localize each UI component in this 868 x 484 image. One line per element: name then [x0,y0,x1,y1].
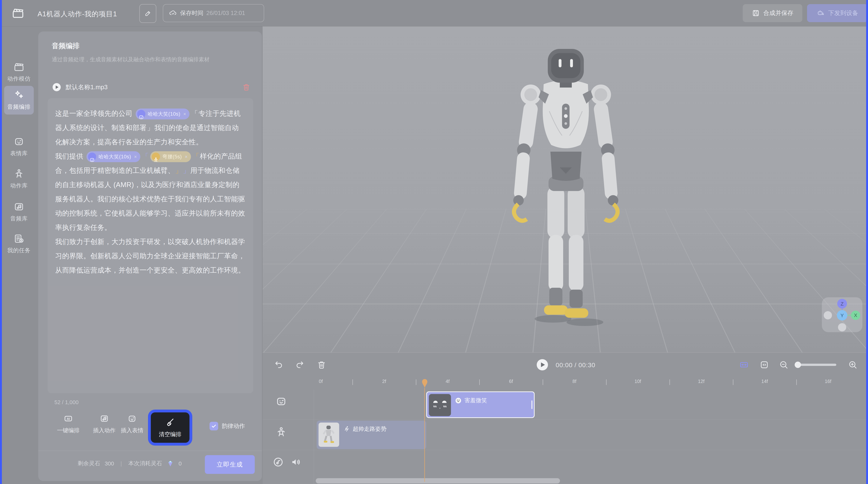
insert-expression-label: 插入表情 [121,427,143,434]
rename-project-button[interactable] [140,4,156,23]
axis-y-label: Y [840,313,844,318]
timeline: 00:00 / 00:30 0f2f4f6f8f10f12f14f16f 害羞微… [262,352,866,484]
clear-orchestration-label: 清空编排 [159,430,181,438]
face-icon [13,136,24,147]
expression-tag[interactable]: 哈哈大笑(10s)× [136,108,189,120]
panel-subtitle: 通过音频处理，生成音频素材以及融合动作和表情的音频编排素材 [52,56,251,63]
clip-label: 超帅走路姿势 [353,425,386,433]
synthesize-save-button[interactable]: 合成并保存 [743,4,802,22]
top-bar: A1机器人动作-我的项目1 保存时间 26/01/03 12:01 合成并保存 … [2,0,866,26]
tag-label: 哈哈大笑(10s) [148,107,180,121]
remaining-gems-value: 300 [105,460,114,467]
deploy-to-device-label: 下发到设备 [828,9,858,17]
expression-thumbnail [429,394,451,416]
ruler-tick [479,379,480,385]
snap-toggle-icon[interactable] [739,360,749,370]
ai-icon: AI [64,414,73,423]
axis-gizmo[interactable]: Z X Y [822,297,862,332]
clip-label: 害羞微笑 [464,397,487,404]
cost-gems-label: 本次消耗灵石 [128,460,162,467]
slider-knob[interactable] [795,362,801,368]
segment-bracket: 「 [191,110,198,117]
ruler-tick [670,379,670,385]
broom-icon [165,417,175,427]
script-text-segment: 这是一家全球领先的公司 [55,110,134,117]
redo-icon[interactable] [295,360,305,370]
delete-audio-icon[interactable] [242,83,251,92]
gem-icon [166,460,174,467]
tasks-icon [13,233,24,244]
zoom-out-icon[interactable] [779,360,789,370]
ruler-tick [543,379,543,385]
emoji-face-icon [455,397,462,404]
script-text-segment: 我们提供 [55,152,85,160]
remove-tag-icon[interactable]: × [183,107,186,121]
ruler-label: 6f [509,379,513,384]
action-clip[interactable]: 超帅走路姿势 [317,421,426,449]
undo-icon[interactable] [274,360,284,370]
char-count: 52 / 1,000 [54,399,79,406]
insert-motion-label: 插入动作 [93,427,116,434]
sidebar-item-expression-library[interactable]: 表情库 [4,132,34,161]
timeline-ruler[interactable]: 0f2f4f6f8f10f12f14f16f [262,377,866,390]
play-button[interactable] [535,358,549,372]
sidebar-item-my-tasks[interactable]: 我的任务 [4,229,34,258]
robot-face-icon [127,414,137,423]
sidebar-item-label: 音频库 [10,215,28,223]
timeline-toolbar: 00:00 / 00:30 [262,353,866,377]
sidebar-item-motion-mimic[interactable]: 动作模仿 [4,58,34,87]
cost-gems-value: 0 [179,460,182,467]
remove-tag-icon[interactable]: × [134,150,137,164]
clapper-icon [13,62,24,72]
generate-now-label: 立即生成 [217,460,243,469]
timeline-hscrollbar[interactable] [316,478,560,483]
screen-edge-right [866,0,868,484]
one-click-orchestrate-button[interactable]: AI 一键编排 [52,414,85,434]
sidebar-item-audio-orchestration[interactable]: 音频编排 [4,86,34,115]
sidebar-item-label: 表情库 [10,150,28,157]
delete-clip-icon[interactable] [317,360,327,370]
music-box-icon [100,414,109,423]
timeline-zoom-slider[interactable] [796,364,836,366]
rhythm-motion-label: 韵律动作 [222,422,245,430]
generate-now-button[interactable]: 立即生成 [205,455,255,474]
sidebar-item-label: 音频编排 [7,103,31,111]
expression-tag[interactable]: 哈哈大笑(10s)× [87,151,140,162]
playhead-marker[interactable] [422,379,428,388]
segment-bracket: 「 [192,152,199,160]
play-audio-icon[interactable] [52,82,62,92]
segment-bracket: 「 [142,152,149,160]
sidebar: 动作模仿音频编排表情库动作库音频库我的任务 [2,26,36,484]
viewport-3d[interactable]: Z X Y [262,26,866,352]
save-status: 保存时间 26/01/03 12:01 [163,4,264,22]
sidebar-item-label: 动作模仿 [7,75,31,83]
remove-tag-icon[interactable]: × [185,150,188,164]
music-icon [13,201,24,212]
floppy-icon [752,9,760,17]
clear-orchestration-button[interactable]: 清空编排 [151,412,189,443]
insert-expression-button[interactable]: 插入表情 [115,414,149,434]
synthesize-save-label: 合成并保存 [763,9,793,17]
segment-bracket: 」 [147,124,154,132]
panel-footer: 剩余灵石 300 | 本次消耗灵石 0 立即生成 [38,451,262,481]
deploy-to-device-button[interactable]: 下发到设备 [807,4,868,22]
svg-text:AI: AI [67,417,70,421]
zoom-in-icon[interactable] [848,360,858,370]
sidebar-item-label: 动作库 [10,182,28,190]
clip-resize-handle[interactable] [531,400,532,409]
expression-clip[interactable]: 害羞微笑 [426,391,535,418]
cloud-saved-icon [169,9,177,17]
sidebar-item-audio-library[interactable]: 音频库 [4,198,34,226]
ruler-label: 14f [762,379,768,384]
save-time-value: 26/01/03 12:01 [206,10,245,17]
axis-x-label: X [854,313,857,318]
script-editor[interactable]: 这是一家全球领先的公司 哈哈大笑(10s)×「专注于先进机器人系统的设计、制造和… [48,98,253,393]
app-window: A1机器人动作-我的项目1 保存时间 26/01/03 12:01 合成并保存 … [0,0,868,484]
fit-width-icon[interactable] [760,360,769,370]
action-tag[interactable]: 弯腰(5s)× [150,151,191,162]
rhythm-motion-checkbox[interactable] [210,422,218,430]
sidebar-item-motion-library[interactable]: 动作库 [4,165,34,193]
person-icon [13,168,24,179]
sidebar-item-label: 我的任务 [7,247,31,254]
action-thumbnail [318,422,339,447]
